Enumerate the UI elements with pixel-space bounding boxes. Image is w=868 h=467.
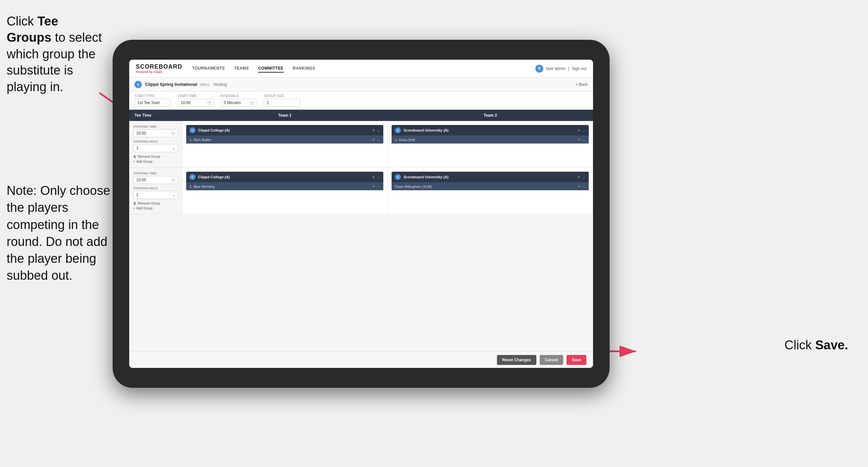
team1-card-1[interactable]: C Clippd College (A) ✕ ⌄ 1. Rich Butler …	[186, 125, 383, 144]
team2-card-2[interactable]: S Scoreboard University (A) ✕ ⌄ Dave Bil…	[392, 172, 589, 190]
intervals-clock-icon: 🕙	[250, 101, 254, 105]
group-row-2: STARTING TIME: 10:05 🕙 STARTING HOLE: 1 …	[129, 168, 593, 214]
starting-hole-label-2: STARTING HOLE:	[133, 186, 178, 190]
intervals-label: Intervals	[221, 94, 257, 98]
main-content: STARTING TIME: 10:00 🕙 STARTING HOLE: 1 …	[129, 121, 593, 351]
group-row-1: STARTING TIME: 10:00 🕙 STARTING HOLE: 1 …	[129, 121, 593, 168]
team2-header-2: S Scoreboard University (A) ✕ ⌄	[392, 172, 589, 182]
start-time-group: Start Time 10:00 🕙	[178, 94, 214, 107]
player1-chevron-icon-2[interactable]: ⌄	[377, 184, 380, 188]
user-name: blair admin	[546, 66, 565, 71]
player2-chevron-icon-2[interactable]: ⌄	[582, 184, 585, 188]
start-type-chevron-icon: ⌄	[165, 101, 168, 105]
player2-close-icon-1[interactable]: ✕	[578, 138, 581, 142]
tablet-screen: SCOREBOARD Powered by clippd TOURNAMENTS…	[129, 60, 593, 368]
team2-header-1: S Scoreboard University (A) ✕ ⌄	[392, 125, 589, 136]
team2-chevron-icon-2[interactable]: ⌄	[582, 175, 585, 179]
add-group-button-2[interactable]: + Add Group	[133, 206, 178, 210]
nav-user: B blair admin | Sign out	[535, 65, 586, 72]
sign-out-link[interactable]: Sign out	[572, 66, 586, 71]
nav-rankings[interactable]: RANKINGS	[293, 65, 315, 72]
team1-card-2[interactable]: C Clippd College (A) ✕ ⌄ 2. Blair McHarg…	[186, 172, 383, 190]
team1-name-2: Clippd College (A)	[198, 175, 369, 179]
time-input-1[interactable]: 10:00 🕙	[133, 129, 178, 137]
remove-group-button-2[interactable]: 🗑 Remove Group	[133, 202, 178, 205]
team1-player-row-1: 1. Rich Butler ✕ ⌄	[186, 136, 383, 144]
cancel-button[interactable]: Cancel	[540, 355, 563, 365]
player1-chevron-icon-1[interactable]: ⌄	[377, 138, 380, 142]
start-type-input[interactable]: 1st Tee Start ⌄	[134, 99, 171, 107]
intervals-group: Intervals 5 Minutes 🕙	[221, 94, 257, 107]
group-size-chevron-icon: ⌄	[294, 101, 297, 105]
th-team2: Team 2	[388, 110, 593, 121]
remove-group-button-1[interactable]: 🗑 Remove Group	[133, 155, 178, 158]
team2-card-1[interactable]: S Scoreboard University (A) ✕ ⌄ 1. Rees …	[392, 125, 589, 144]
team1-controls-2: ✕ ⌄	[372, 175, 380, 179]
starting-hole-label-1: STARTING HOLE:	[133, 140, 178, 143]
pipe-separator: |	[568, 66, 569, 71]
start-time-clock-icon: 🕙	[207, 101, 211, 105]
time-clock-icon-2: 🕙	[171, 178, 175, 182]
tablet-frame: SCOREBOARD Powered by clippd TOURNAMENTS…	[113, 40, 610, 388]
group-actions-1: 🗑 Remove Group + Add Group	[133, 155, 178, 164]
start-type-label: Start Type	[134, 94, 171, 98]
click-save-bold: Save.	[815, 338, 848, 352]
team2-controls-1: ✕ ⌄	[578, 128, 585, 133]
group-side-1: STARTING TIME: 10:00 🕙 STARTING HOLE: 1 …	[129, 121, 182, 167]
logo-area: SCOREBOARD Powered by clippd	[136, 63, 182, 74]
team2-chevron-icon-1[interactable]: ⌄	[582, 128, 585, 133]
plus-icon-1: +	[133, 160, 135, 164]
instruction-bottom: Note: Only choose the players competing …	[0, 176, 119, 291]
player1-close-icon-1[interactable]: ✕	[372, 138, 375, 142]
back-button[interactable]: < Back	[576, 82, 588, 87]
hole-input-2[interactable]: 1 ⌄	[133, 191, 178, 199]
reset-changes-button[interactable]: Reset Changes	[497, 355, 536, 365]
hole-input-1[interactable]: 1 ⌄	[133, 144, 178, 152]
team2-player-row-1: 1. Rees Britt ✕ ⌄	[392, 136, 589, 144]
th-tee-time: Tee Time	[129, 110, 182, 121]
team1-close-icon-1[interactable]: ✕	[372, 128, 375, 133]
team1-chevron-icon-2[interactable]: ⌄	[377, 175, 380, 179]
group-side-2: STARTING TIME: 10:05 🕙 STARTING HOLE: 1 …	[129, 168, 182, 214]
team2-cell-2: S Scoreboard University (A) ✕ ⌄ Dave Bil…	[388, 168, 593, 214]
team2-close-icon-1[interactable]: ✕	[578, 128, 581, 133]
starting-time-label-2: STARTING TIME:	[133, 172, 178, 175]
hole-chevron-icon-2: ⌄	[172, 193, 175, 197]
group-actions-2: 🗑 Remove Group + Add Group	[133, 202, 178, 210]
nav-tournaments[interactable]: TOURNAMENTS	[192, 65, 225, 72]
time-input-2[interactable]: 10:05 🕙	[133, 176, 178, 184]
team1-header-1: C Clippd College (A) ✕ ⌄	[186, 125, 383, 136]
player2-chevron-icon-1[interactable]: ⌄	[582, 138, 585, 142]
player2-controls-1: ✕ ⌄	[578, 138, 585, 142]
intervals-input[interactable]: 5 Minutes 🕙	[221, 99, 257, 107]
click-save-pre: Click	[784, 338, 815, 352]
team2-name-2: Scoreboard University (A)	[404, 175, 575, 179]
save-button[interactable]: Save	[566, 355, 586, 365]
instruction-top: Click Tee Groups to select which group t…	[0, 7, 109, 102]
subheader: B Clippd Spring Invitational (Men) Hosti…	[129, 78, 593, 91]
player1-close-icon-2[interactable]: ✕	[372, 184, 375, 188]
user-avatar: B	[535, 65, 543, 72]
team1-cell-1: C Clippd College (A) ✕ ⌄ 1. Rich Butler …	[182, 121, 388, 167]
trash-icon-1: 🗑	[133, 155, 136, 158]
player1-controls-1: ✕ ⌄	[372, 138, 380, 142]
team2-badge-1: S	[395, 127, 401, 133]
team1-controls-1: ✕ ⌄	[372, 128, 380, 133]
team1-player-row-2: 2. Blair McHarg ✕ ⌄	[186, 182, 383, 190]
starting-time-label-1: STARTING TIME:	[133, 125, 178, 128]
team1-close-icon-2[interactable]: ✕	[372, 175, 375, 179]
team1-chevron-icon-1[interactable]: ⌄	[377, 128, 380, 133]
team1-name-1: Clippd College (A)	[198, 128, 369, 132]
nav-committee[interactable]: COMMITTEE	[258, 65, 284, 72]
team2-player-row-2: Dave Billingham (SUB) ✕ ⌄	[392, 182, 589, 190]
group-size-input[interactable]: 2 ⌄	[264, 99, 300, 107]
team2-close-icon-2[interactable]: ✕	[578, 175, 581, 179]
start-time-input[interactable]: 10:00 🕙	[178, 99, 214, 107]
tournament-tag: (Men)	[200, 83, 209, 87]
add-group-button-1[interactable]: + Add Group	[133, 160, 178, 164]
hole-chevron-icon-1: ⌄	[172, 146, 175, 150]
nav-teams[interactable]: TEAMS	[234, 65, 249, 72]
player2-close-icon-2[interactable]: ✕	[578, 184, 581, 188]
logo-powered: Powered by clippd	[136, 70, 182, 74]
tournament-title: Clippd Spring Invitational	[145, 82, 197, 87]
